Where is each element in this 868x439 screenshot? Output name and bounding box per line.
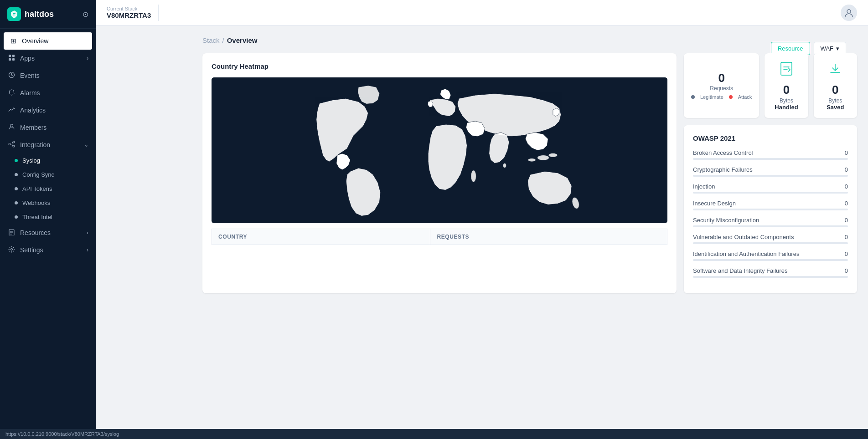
sidebar-item-analytics[interactable]: Analytics [0,102,96,119]
sidebar-item-integration-label: Integration [20,141,50,148]
svg-point-16 [847,10,851,13]
bytes-handled-value: 0 [783,83,790,97]
owasp-progress-bar [693,192,848,194]
owasp-item-value: 0 [845,234,848,240]
sidebar-nav: ⊞ Overview Apps › Events Alarms [0,29,96,439]
topbar-stack-info: Current Stack V80MRZRTA3 [107,6,151,19]
sidebar-item-config-sync-label: Config Sync [22,171,54,178]
events-icon [7,71,16,80]
logo-text: haltdos [25,10,54,19]
heatmap-card-title: Country Heatmap [212,62,667,70]
resources-icon [7,229,16,237]
top-area: Stack / Overview Resource WAF ▾ [202,36,857,44]
apps-icon [7,54,16,62]
overview-icon: ⊞ [9,37,17,45]
owasp-progress-bar [693,175,848,177]
sidebar: haltdos ⊙ ⊞ Overview Apps › Events [0,0,96,439]
owasp-item-label: Software and Data Integrity Failures [693,267,787,274]
heatmap-table: COUNTRY REQUESTS [212,229,667,245]
svg-point-21 [471,170,476,182]
sidebar-item-integration[interactable]: Integration ⌄ [0,136,96,153]
country-col-header: COUNTRY [212,229,430,245]
sidebar-item-members[interactable]: Members [0,119,96,136]
sidebar-item-webhooks-label: Webhooks [22,199,50,206]
owasp-item-value: 0 [845,217,848,224]
bytes-saved-stat-card: 0 BytesSaved [814,53,857,118]
sidebar-item-resources[interactable]: Resources › [0,224,96,241]
topbar-divider [158,5,159,21]
sidebar-item-apps-label: Apps [20,55,35,62]
country-heatmap-card: Country Heatmap [202,53,677,293]
svg-rect-0 [13,13,16,14]
overview-grid: Country Heatmap [202,53,857,293]
svg-rect-23 [781,62,792,75]
bytes-saved-label: BytesSaved [827,97,844,111]
owasp-item-label: Injection [693,183,715,190]
threat-intel-dot [15,215,18,219]
breadcrumb: Stack / Overview [202,36,857,44]
syslog-dot [15,159,18,162]
owasp-item-label: Security Misconfiguration [693,217,759,224]
sidebar-item-overview[interactable]: ⊞ Overview [4,32,92,50]
requests-stat-card: 0 Requests Legitimate Attack [684,53,759,118]
settings-gear-icon[interactable]: ⊙ [83,10,88,19]
sidebar-item-apps[interactable]: Apps › [0,50,96,67]
config-sync-dot [15,173,18,176]
svg-point-8 [9,143,10,145]
owasp-item-label: Insecure Design [693,200,736,207]
owasp-item-header: Vulnerable and Outdated Components 0 [693,234,848,240]
svg-point-17 [537,155,549,160]
svg-point-18 [548,153,558,157]
apps-chevron-icon: › [87,55,88,61]
svg-rect-2 [9,55,11,57]
svg-point-20 [571,197,580,209]
svg-point-19 [528,158,536,162]
owasp-progress-bar [693,225,848,227]
bytes-saved-value: 0 [832,83,838,97]
breadcrumb-page: Overview [227,36,258,44]
svg-rect-3 [12,55,15,57]
owasp-item-value: 0 [845,149,848,156]
main-content: Stack / Overview Resource WAF ▾ Country … [191,26,868,439]
owasp-item-value: 0 [845,183,848,190]
sidebar-item-threat-intel[interactable]: Threat Intel [0,210,96,224]
sidebar-item-analytics-label: Analytics [20,107,46,114]
waf-label: WAF [821,45,833,52]
sidebar-item-config-sync[interactable]: Config Sync [0,168,96,182]
owasp-item-header: Security Misconfiguration 0 [693,217,848,224]
sidebar-item-syslog[interactable]: Syslog [0,153,96,168]
statusbar-url: https://10.0.0.210:9000/stack/V80MRZRTA3… [5,431,119,437]
bytes-handled-stat-card: 0 BytesHandled [765,53,808,118]
owasp-item-header: Injection 0 [693,183,848,190]
owasp-item-value: 0 [845,267,848,274]
sidebar-item-resources-label: Resources [20,229,51,236]
alarms-icon [7,89,16,97]
sidebar-item-alarms[interactable]: Alarms [0,84,96,102]
owasp-item-value: 0 [845,166,848,173]
integration-sub-nav: Syslog Config Sync API Tokens Webhooks T… [0,153,96,224]
integration-icon [7,141,16,149]
resources-chevron-icon: › [87,230,88,236]
svg-point-9 [13,141,15,143]
settings-chevron-icon: › [87,247,88,253]
svg-point-15 [10,249,12,250]
logo-icon [7,7,21,21]
world-map-container [212,77,667,223]
owasp-item-header: Broken Access Control 0 [693,149,848,156]
sidebar-item-threat-intel-label: Threat Intel [22,214,52,220]
breadcrumb-separator: / [222,36,224,44]
sidebar-item-api-tokens[interactable]: API Tokens [0,182,96,196]
user-avatar[interactable] [841,5,857,21]
sidebar-item-alarms-label: Alarms [20,89,40,97]
sidebar-item-webhooks[interactable]: Webhooks [0,196,96,210]
requests-legend: Legitimate Attack [691,94,752,100]
svg-point-7 [10,124,13,127]
legitimate-dot [691,95,695,99]
sidebar-item-events[interactable]: Events [0,67,96,84]
sidebar-item-members-label: Members [20,124,46,131]
sidebar-item-api-tokens-label: API Tokens [22,185,52,192]
svg-rect-5 [12,58,15,61]
sidebar-item-settings[interactable]: Settings › [0,241,96,259]
svg-point-10 [13,145,15,147]
bytes-handled-icon [778,61,795,80]
